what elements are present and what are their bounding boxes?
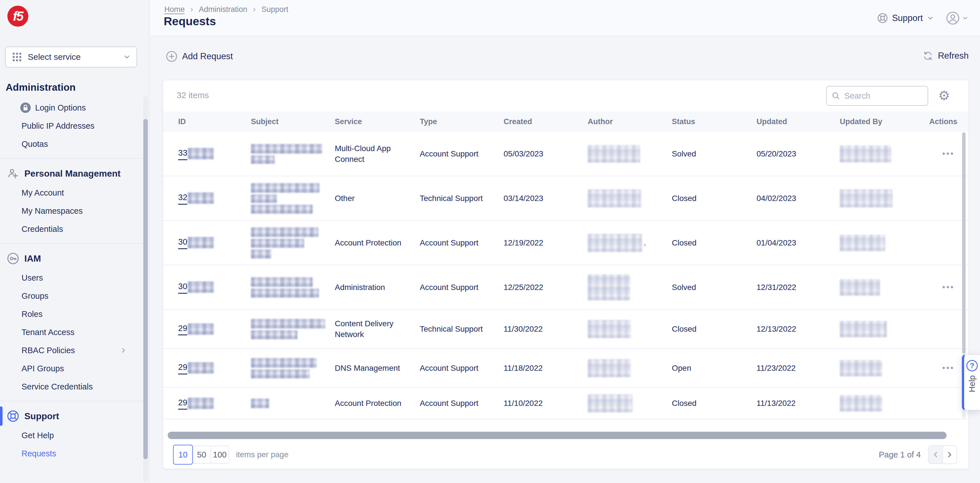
column-header-service[interactable]: Service [335, 116, 420, 127]
sidebar-item-my-namespaces[interactable]: My Namespaces [0, 202, 143, 220]
column-header-updated[interactable]: Updated [757, 116, 840, 127]
chevron-down-icon [927, 14, 934, 22]
table-vertical-scrollbar-thumb[interactable] [962, 132, 966, 354]
redacted-id [188, 282, 214, 293]
sidebar-item-get-help[interactable]: Get Help [0, 426, 143, 445]
sidebar-item-credentials[interactable]: Credentials [0, 220, 143, 238]
lifebuoy-icon [877, 13, 888, 24]
page-size-10-button[interactable]: 10 [173, 445, 193, 465]
question-circle-icon: ? [966, 360, 978, 371]
sidebar-section-personal-management[interactable]: Personal Management [0, 163, 143, 184]
request-id-link[interactable]: 30 [178, 281, 214, 293]
sidebar-item-users[interactable]: Users [0, 269, 143, 287]
breadcrumb-administration[interactable]: Administration [199, 5, 247, 14]
column-header-author[interactable]: Author [588, 116, 672, 127]
support-menu-label: Support [892, 13, 923, 23]
request-status: Closed [672, 193, 757, 204]
sidebar-item-api-groups[interactable]: API Groups [0, 359, 143, 378]
table-horizontal-scrollbar-thumb[interactable] [168, 432, 947, 439]
user-menu-button[interactable] [946, 11, 969, 25]
sidebar-section-iam[interactable]: IAM [0, 248, 143, 269]
support-menu-button[interactable]: Support [877, 13, 934, 24]
column-header-type[interactable]: Type [420, 116, 504, 127]
request-updated: 04/02/2023 [757, 193, 840, 204]
table-settings-gear-icon[interactable]: ⚙ [935, 86, 953, 105]
request-subject-redacted [251, 276, 335, 299]
request-service: Account Protection [335, 398, 420, 409]
request-subject-redacted [251, 182, 335, 215]
redacted-id [188, 362, 214, 374]
grid-icon [11, 51, 23, 63]
table-body: 33 Multi-Cloud App Connect Account Suppo… [163, 132, 968, 419]
sidebar-section-support[interactable]: Support [0, 406, 143, 426]
table-row: 33 Multi-Cloud App Connect Account Suppo… [163, 132, 968, 176]
sidebar-item-login-options[interactable]: Login Options [0, 99, 143, 117]
table-footer: 10 50 100 items per page Page 1 of 4 [163, 443, 968, 467]
chevron-right-icon [120, 347, 127, 354]
sidebar-item-roles[interactable]: Roles [0, 305, 143, 323]
sidebar-item-label: Roles [22, 309, 43, 319]
person-gear-icon [7, 167, 19, 180]
request-id-link[interactable]: 29 [178, 397, 214, 410]
search-input[interactable] [844, 91, 923, 100]
request-service: Administration [335, 282, 420, 293]
request-id-link[interactable]: 33 [178, 147, 214, 160]
page-size-50-button[interactable]: 50 [192, 446, 211, 464]
request-type: Account Support [420, 238, 504, 248]
request-id-link[interactable]: 30 [178, 236, 214, 249]
sidebar-item-label: My Account [22, 188, 64, 198]
requests-table-card: 32 items ⚙ ID Subject Service Type Creat… [163, 80, 969, 469]
request-service: Multi-Cloud App Connect [335, 143, 420, 165]
breadcrumb-home[interactable]: Home [164, 5, 185, 14]
sidebar: f5 Select service Administration [0, 0, 150, 483]
previous-page-button[interactable] [928, 445, 943, 464]
next-page-button[interactable] [942, 445, 957, 464]
sidebar-scrollbar-thumb[interactable] [143, 119, 148, 459]
row-actions-menu-icon[interactable]: ••• [942, 282, 955, 292]
request-id: 30 [178, 236, 187, 249]
sidebar-item-rbac-policies[interactable]: RBAC Policies [0, 341, 143, 359]
request-updated: 11/23/2022 [757, 363, 840, 374]
sidebar-item-groups[interactable]: Groups [0, 287, 143, 305]
request-created: 11/30/2022 [504, 324, 588, 335]
sidebar-item-service-credentials[interactable]: Service Credentials [0, 378, 143, 396]
request-id-link[interactable]: 29 [178, 323, 214, 335]
request-id-link[interactable]: 29 [178, 362, 214, 374]
sidebar-item-tenant-access[interactable]: Tenant Access [0, 323, 143, 341]
request-status: Open [672, 363, 757, 374]
request-id: 30 [178, 281, 187, 293]
breadcrumb: Home Administration Support [164, 5, 288, 14]
sidebar-item-my-account[interactable]: My Account [0, 184, 143, 202]
row-actions-menu-icon[interactable]: ••• [942, 363, 955, 373]
request-updated-by-redacted [840, 321, 929, 337]
column-header-subject[interactable]: Subject [251, 116, 335, 127]
page-size-100-button[interactable]: 100 [210, 446, 229, 464]
sidebar-item-public-ip-addresses[interactable]: Public IP Addresses [0, 117, 143, 135]
f5-logo: f5 [7, 6, 28, 27]
sidebar-item-quotas[interactable]: Quotas [0, 135, 143, 153]
select-service-dropdown[interactable]: Select service [5, 46, 137, 67]
column-header-updated-by[interactable]: Updated By [840, 116, 929, 127]
chevron-right-icon [189, 6, 195, 13]
sidebar-item-label: Tenant Access [22, 328, 75, 337]
sidebar-item-label: Public IP Addresses [22, 121, 94, 131]
add-request-label: Add Request [182, 51, 233, 62]
column-header-id[interactable]: ID [178, 116, 251, 127]
items-per-page-selector: 10 50 100 [173, 445, 229, 465]
request-id-link[interactable]: 32 [178, 192, 214, 204]
request-type: Account Support [420, 363, 504, 374]
add-request-button[interactable]: Add Request [166, 51, 233, 62]
request-updated-by-redacted [840, 235, 929, 251]
sidebar-item-label: Credentials [22, 225, 63, 234]
items-count: 32 items [177, 91, 209, 100]
column-header-status[interactable]: Status [672, 116, 757, 127]
sidebar-item-requests[interactable]: Requests [0, 445, 143, 462]
table-row: 32 Other Technical Support 03/14/2023 Cl… [163, 176, 968, 221]
column-header-created[interactable]: Created [504, 116, 588, 127]
help-tab[interactable]: ? Help [962, 354, 980, 410]
request-updated: 12/13/2022 [757, 324, 840, 335]
refresh-button[interactable]: Refresh [923, 51, 969, 61]
row-actions-menu-icon[interactable]: ••• [942, 149, 955, 158]
request-updated-by-redacted [840, 279, 929, 296]
sidebar-item-label: Requests [22, 449, 56, 458]
